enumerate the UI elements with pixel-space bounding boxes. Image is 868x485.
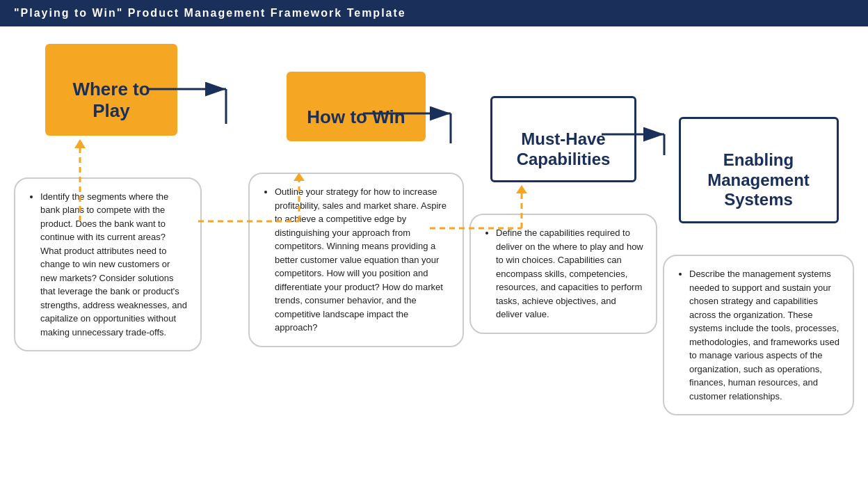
bubble-3-item: Define the capabilities required to deli… — [496, 226, 643, 321]
enabling-label: Enabling Management Systems — [707, 150, 810, 209]
bubble-how-to-win: Outline your strategy for how to increas… — [248, 173, 464, 347]
bubble-1-item: Identify the segments where the bank pla… — [40, 190, 188, 340]
column-where-to-play: Where to Play Identify the segments wher… — [14, 44, 202, 351]
bubble-2-list: Outline your strategy for how to increas… — [262, 185, 450, 335]
bubble-enabling: Describe the management systems needed t… — [663, 255, 854, 415]
header-title: "Playing to Win" Product Management Fram… — [14, 7, 406, 19]
bubble-1-list: Identify the segments where the bank pla… — [28, 190, 188, 340]
column-how-to-win: How to Win Outline your strategy for how… — [248, 44, 464, 347]
page-header: "Playing to Win" Product Management Fram… — [0, 0, 868, 26]
must-have-box: Must-Have Capabilities — [490, 96, 636, 182]
bubble-where-to-play: Identify the segments where the bank pla… — [14, 177, 202, 352]
bubble-must-have: Define the capabilities required to deli… — [469, 214, 657, 334]
bubble-4-list: Describe the management systems needed t… — [677, 267, 840, 403]
bubble-3-list: Define the capabilities required to deli… — [483, 226, 643, 321]
where-to-play-box: Where to Play — [45, 44, 177, 136]
column-enabling: Enabling Management Systems Describe the… — [663, 44, 854, 415]
enabling-box: Enabling Management Systems — [679, 117, 839, 223]
column-must-have: Must-Have Capabilities Define the capabi… — [469, 44, 657, 334]
how-to-win-box: How to Win — [287, 72, 426, 141]
where-to-play-label: Where to Play — [72, 79, 150, 121]
page: "Playing to Win" Product Management Fram… — [0, 0, 868, 485]
bubble-4-item: Describe the management systems needed t… — [689, 267, 840, 403]
main-content: Where to Play Identify the segments wher… — [0, 26, 868, 472]
how-to-win-label: How to Win — [307, 106, 405, 127]
bubble-2-item: Outline your strategy for how to increas… — [275, 185, 450, 335]
must-have-label: Must-Have Capabilities — [517, 129, 611, 168]
